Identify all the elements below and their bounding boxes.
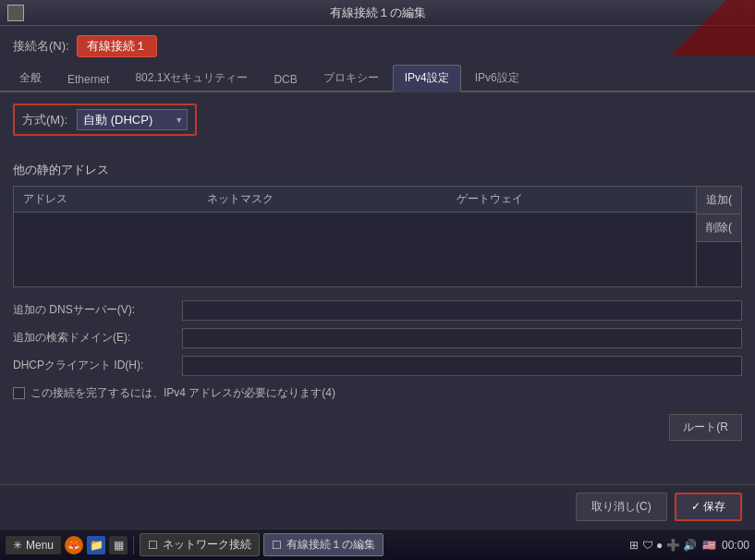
tab-content: 方式(M): 自動 (DHCP) 他の静的アドレス アドレス ネットマスク ゲー… <box>0 92 755 461</box>
dns-servers-label: 追加の DNSサーバー(V): <box>13 302 175 318</box>
method-row-inner: 方式(M): 自動 (DHCP) <box>13 103 197 136</box>
titlebar-title: 有線接続１の編集 <box>330 5 426 21</box>
titlebar: 有線接続１の編集 <box>0 0 755 26</box>
table-row <box>14 268 696 286</box>
dhcp-client-id-input[interactable] <box>182 356 742 376</box>
method-label: 方式(M): <box>22 112 67 128</box>
taskbar-terminal-icon[interactable]: ▦ <box>109 536 128 554</box>
menu-star-icon: ✳ <box>13 539 22 552</box>
col-gateway: ゲートウェイ <box>447 187 696 213</box>
tab-ipv4[interactable]: IPv4設定 <box>393 65 461 92</box>
dns-servers-input[interactable] <box>182 300 742 321</box>
cancel-button[interactable]: 取り消し(C) <box>576 493 667 521</box>
col-netmask: ネットマスク <box>198 187 446 213</box>
route-row: ルート(R <box>13 414 742 441</box>
connection-name-label: 接続名(N): <box>13 38 69 55</box>
window-icon <box>7 5 24 21</box>
tab-proxy[interactable]: プロキシー <box>311 65 391 91</box>
address-table-container: アドレス ネットマスク ゲートウェイ 追加( 削除( <box>13 186 742 287</box>
delete-address-button[interactable]: 削除( <box>697 214 741 242</box>
tab-ethernet[interactable]: Ethernet <box>55 67 121 91</box>
dhcp-client-id-label: DHCPクライアント ID(H): <box>13 358 175 373</box>
static-addresses-title: 他の静的アドレス <box>13 162 742 178</box>
table-row <box>14 213 696 231</box>
connection-name-row: 接続名(N): 有線接続１ <box>0 26 755 65</box>
table-row <box>14 231 696 250</box>
connection-name-value: 有線接続１ <box>77 35 157 57</box>
tab-general[interactable]: 全般 <box>7 65 54 91</box>
address-table: アドレス ネットマスク ゲートウェイ <box>14 187 696 286</box>
taskbar-right: ⊞ 🛡 ● ➕ 🔊 🇺🇸 00:00 <box>629 539 749 552</box>
address-table-buttons: 追加( 削除( <box>696 187 741 286</box>
tab-bar: 全般 Ethernet 802.1Xセキュリティー DCB プロキシー IPv4… <box>0 65 755 92</box>
edit-app-label: 有線接続１の編集 <box>286 537 375 553</box>
tab-security[interactable]: 802.1Xセキュリティー <box>123 65 260 91</box>
search-domain-field: 追加の検索ドメイン(E): <box>13 328 742 348</box>
method-row: 方式(M): 自動 (DHCP) <box>13 103 742 149</box>
taskbar-menu[interactable]: ✳ Menu <box>6 536 61 554</box>
taskbar-files-icon[interactable]: 📁 <box>87 536 105 554</box>
taskbar-time: 00:00 <box>722 539 749 552</box>
save-button[interactable]: ✓ 保存 <box>675 493 742 521</box>
table-row <box>14 250 696 268</box>
ipv4-required-checkbox[interactable] <box>13 387 25 399</box>
tab-dcb[interactable]: DCB <box>262 67 309 91</box>
taskbar-separator-1 <box>133 536 134 554</box>
taskbar-menu-label: Menu <box>26 539 54 552</box>
taskbar-app-edit[interactable]: ☐ 有線接続１の編集 <box>263 533 384 556</box>
taskbar-app-network[interactable]: ☐ ネットワーク接続 <box>140 533 260 556</box>
add-address-button[interactable]: 追加( <box>697 187 741 214</box>
dhcp-client-id-field: DHCPクライアント ID(H): <box>13 356 742 376</box>
corner-decoration <box>644 0 755 55</box>
method-select-wrapper: 自動 (DHCP) <box>77 109 188 130</box>
col-address: アドレス <box>14 187 198 213</box>
search-domain-input[interactable] <box>182 328 742 348</box>
route-button[interactable]: ルート(R <box>669 414 742 441</box>
network-app-label: ネットワーク接続 <box>163 537 251 553</box>
taskbar: ✳ Menu 🦊 📁 ▦ ☐ ネットワーク接続 ☐ 有線接続１の編集 ⊞ 🛡 ●… <box>0 529 755 560</box>
dialog: 接続名(N): 有線接続１ 全般 Ethernet 802.1Xセキュリティー … <box>0 26 755 556</box>
dns-servers-field: 追加の DNSサーバー(V): <box>13 300 742 321</box>
taskbar-firefox-icon[interactable]: 🦊 <box>65 536 83 554</box>
network-app-icon: ☐ <box>148 539 158 552</box>
search-domain-label: 追加の検索ドメイン(E): <box>13 330 175 346</box>
edit-app-icon: ☐ <box>272 539 282 552</box>
system-tray-icons: ⊞ 🛡 ● ➕ 🔊 <box>629 539 697 552</box>
bottom-bar: 取り消し(C) ✓ 保存 <box>0 484 755 529</box>
tab-ipv6[interactable]: IPv6設定 <box>463 65 531 91</box>
ipv4-required-label: この接続を完了するには、IPv4 アドレスが必要になります(4) <box>30 385 335 401</box>
ipv4-required-row: この接続を完了するには、IPv4 アドレスが必要になります(4) <box>13 385 742 401</box>
method-select[interactable]: 自動 (DHCP) <box>77 109 188 130</box>
flag-icon: 🇺🇸 <box>702 539 716 552</box>
